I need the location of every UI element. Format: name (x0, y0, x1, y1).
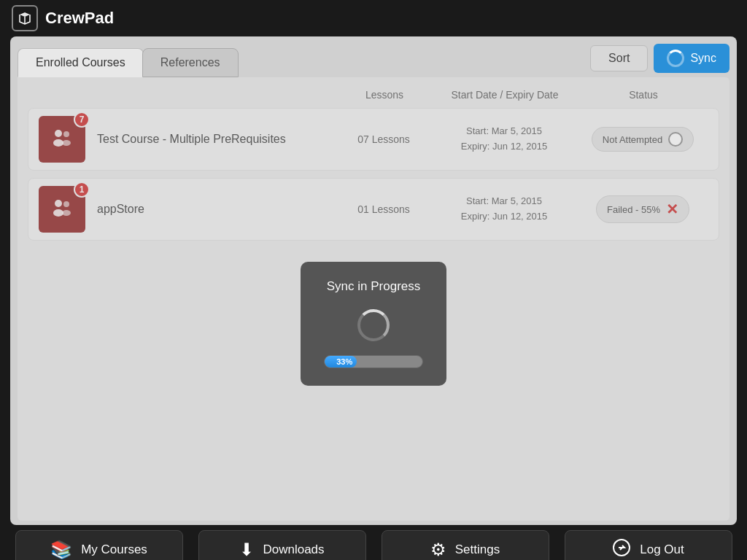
main-content: Sort Sync Enrolled Courses References Le… (10, 36, 737, 525)
progress-bar-fill: 33% (325, 356, 357, 368)
nav-settings-button[interactable]: ⚙ Settings (382, 530, 549, 560)
nav-my-courses-button[interactable]: 📚 My Courses (15, 530, 183, 560)
tab-references[interactable]: References (142, 48, 239, 77)
sync-modal-title: Sync in Progress (324, 279, 423, 294)
logo-icon (12, 5, 38, 31)
spinner-container (324, 307, 423, 343)
app-title: CrewPad (45, 9, 114, 28)
bottom-navigation: 📚 My Courses ⬇ Downloads ⚙ Settings Log … (0, 525, 747, 560)
nav-logout-button[interactable]: Log Out (565, 530, 732, 560)
tab-enrolled-courses[interactable]: Enrolled Courses (18, 48, 144, 77)
logo-container: CrewPad (12, 5, 114, 31)
progress-label: 33% (336, 357, 352, 366)
logout-icon (612, 538, 631, 560)
sync-modal: Sync in Progress 33% (301, 262, 446, 386)
loading-spinner-icon (357, 309, 390, 341)
progress-bar-background: 33% (324, 355, 423, 368)
my-courses-icon: 📚 (50, 540, 72, 560)
tab-bar: Enrolled Courses References (18, 44, 729, 77)
downloads-icon: ⬇ (239, 540, 254, 560)
nav-downloads-button[interactable]: ⬇ Downloads (198, 530, 366, 560)
course-list-area: Lessons Start Date / Expiry Date Status … (18, 77, 729, 521)
app-header: CrewPad (0, 0, 747, 36)
settings-icon: ⚙ (430, 540, 446, 560)
